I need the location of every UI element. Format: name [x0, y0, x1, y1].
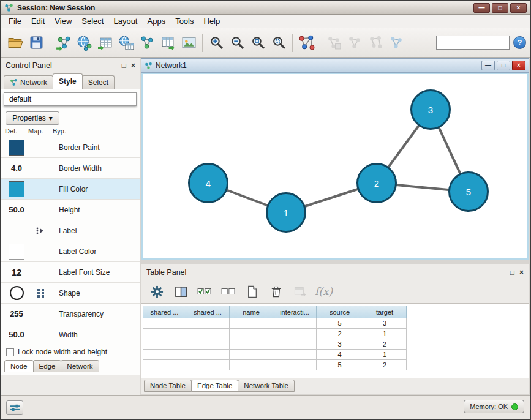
table-row[interactable]: 3 2 [143, 339, 407, 350]
property-row-label-color[interactable]: Label Color [1, 241, 140, 262]
graph-node-5[interactable]: 5 [448, 171, 489, 212]
import-network-file-icon[interactable] [53, 32, 74, 54]
network-window-titlebar[interactable]: Network1 — □ × [141, 59, 529, 73]
discrete-mapping-icon[interactable] [37, 288, 45, 298]
tab-network-table[interactable]: Network Table [238, 380, 295, 392]
property-row-label-font-size[interactable]: 12 Label Font Size [1, 262, 140, 283]
column-header-interaction[interactable]: interacti... [273, 306, 317, 318]
transparency-value[interactable]: 255 [10, 309, 23, 318]
graph-node-1[interactable]: 1 [266, 192, 306, 233]
search-input[interactable] [436, 36, 510, 50]
import-table-file-icon[interactable] [95, 32, 116, 54]
cell-source[interactable]: 5 [317, 318, 363, 329]
ellipse-shape-icon[interactable] [10, 286, 24, 300]
cell-source[interactable]: 3 [317, 339, 363, 350]
restore-network-icon[interactable]: □ [497, 61, 510, 70]
table-row[interactable]: 5 2 [143, 360, 407, 370]
close-panel-icon[interactable]: × [131, 62, 135, 69]
cell[interactable] [230, 350, 273, 360]
column-header-source[interactable]: source [316, 306, 363, 318]
zoom-selected-icon[interactable] [268, 32, 289, 54]
cell[interactable] [186, 360, 230, 370]
graph-node-3[interactable]: 3 [410, 89, 451, 130]
maximize-icon[interactable]: □ [492, 3, 508, 13]
lock-node-size-checkbox[interactable] [6, 348, 14, 356]
table-row[interactable]: 2 1 [143, 329, 407, 339]
menu-select[interactable]: Select [77, 15, 108, 27]
property-row-width[interactable]: 50.0 Width [1, 324, 140, 345]
cell[interactable] [143, 329, 186, 339]
cell[interactable] [273, 350, 317, 360]
delete-column-trash-icon[interactable] [267, 282, 285, 301]
cell[interactable] [143, 360, 186, 370]
height-value[interactable]: 50.0 [9, 205, 24, 214]
graph-node-4[interactable]: 4 [188, 163, 228, 203]
zoom-out-icon[interactable] [227, 32, 247, 54]
width-value[interactable]: 50.0 [9, 330, 24, 339]
export-image-icon[interactable] [178, 32, 199, 54]
cell[interactable] [273, 360, 317, 370]
menu-layout[interactable]: Layout [108, 15, 142, 27]
cell-source[interactable]: 5 [317, 360, 363, 370]
float-table-panel-icon[interactable]: □ [510, 269, 514, 276]
cell-source[interactable]: 2 [317, 329, 363, 339]
minimize-icon[interactable]: — [473, 3, 490, 13]
passthrough-mapping-icon[interactable] [36, 227, 45, 235]
cell[interactable] [230, 329, 273, 339]
show-columns-icon[interactable] [171, 282, 190, 301]
cell[interactable] [143, 339, 186, 350]
style-dropdown[interactable]: default [4, 92, 137, 106]
cell[interactable] [186, 339, 230, 350]
property-row-transparency[interactable]: 255 Transparency [1, 304, 140, 324]
open-session-icon[interactable] [5, 32, 26, 54]
select-all-icon[interactable] [195, 282, 214, 301]
table-row[interactable]: 4 1 [143, 350, 407, 360]
tab-style[interactable]: Style [53, 73, 83, 89]
tab-network[interactable]: Network [4, 75, 53, 89]
property-row-border-width[interactable]: 4.0 Border Width [1, 158, 140, 179]
label-font-size-value[interactable]: 12 [12, 267, 22, 277]
property-row-border-paint[interactable]: Border Paint [1, 137, 140, 158]
save-session-icon[interactable] [26, 32, 47, 54]
cell[interactable] [230, 339, 273, 350]
help-icon[interactable]: ? [513, 36, 526, 49]
close-icon[interactable]: × [510, 3, 527, 13]
title-bar[interactable]: Session: New Session — □ × [1, 1, 530, 15]
import-table-database-icon[interactable] [116, 32, 137, 54]
cell[interactable] [273, 339, 317, 350]
tab-node-table[interactable]: Node Table [144, 380, 192, 392]
border-width-value[interactable]: 4.0 [11, 163, 22, 173]
close-table-panel-icon[interactable]: × [519, 269, 524, 276]
cell-source[interactable]: 4 [317, 350, 363, 360]
cell-target[interactable]: 1 [363, 329, 407, 339]
cell[interactable] [273, 318, 317, 329]
menu-edit[interactable]: Edit [26, 15, 50, 27]
cell[interactable] [143, 318, 186, 329]
property-row-height[interactable]: 50.0 Height [1, 200, 140, 220]
property-row-label[interactable]: Label [1, 220, 140, 241]
column-header-shared-name[interactable]: shared ... [143, 306, 186, 318]
cell[interactable] [230, 318, 273, 329]
graph-node-2[interactable]: 2 [356, 163, 397, 203]
menu-view[interactable]: View [50, 15, 77, 27]
menu-apps[interactable]: Apps [143, 15, 171, 27]
tab-edge-style[interactable]: Edge [33, 360, 62, 372]
table-settings-gear-icon[interactable] [148, 282, 166, 301]
tab-select[interactable]: Select [82, 75, 115, 89]
column-header-target[interactable]: target [363, 306, 407, 318]
export-table-icon[interactable] [157, 32, 178, 54]
float-panel-icon[interactable]: □ [122, 62, 126, 69]
menu-tools[interactable]: Tools [170, 15, 198, 27]
network-overview-icon[interactable] [386, 32, 407, 54]
configuration-sliders-icon[interactable] [6, 400, 23, 415]
function-builder-button[interactable]: f(x) [315, 285, 333, 298]
cell-target[interactable]: 1 [363, 350, 407, 360]
column-header-name[interactable]: name [229, 306, 273, 318]
cell-target[interactable]: 3 [363, 318, 407, 329]
new-network-icon[interactable] [137, 32, 157, 54]
fill-color-swatch[interactable] [9, 181, 24, 197]
zoom-in-icon[interactable] [206, 32, 227, 54]
minimize-network-icon[interactable]: — [481, 61, 495, 70]
cell[interactable] [186, 318, 230, 329]
table-row[interactable]: 5 3 [143, 318, 407, 329]
